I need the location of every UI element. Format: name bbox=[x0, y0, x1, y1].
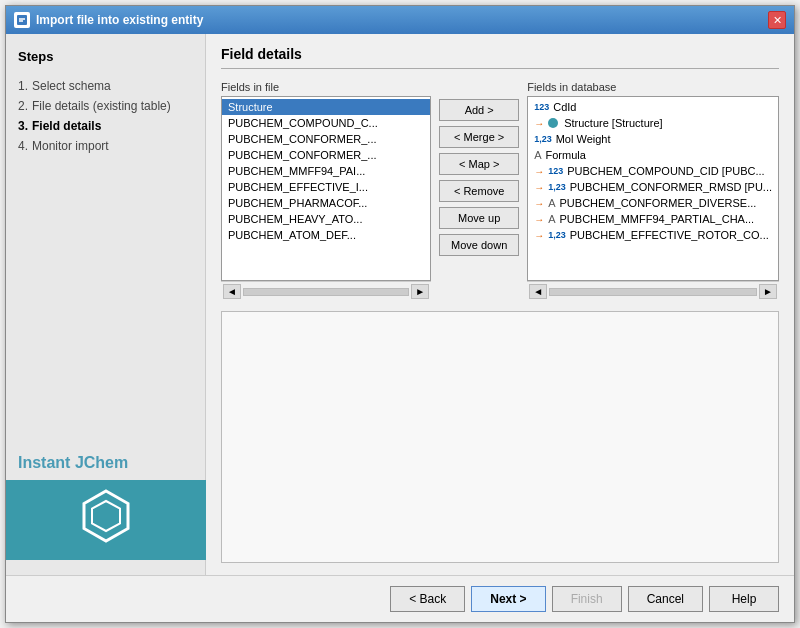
step-1: 1.Select schema bbox=[18, 76, 193, 96]
list-item[interactable]: Structure bbox=[222, 99, 430, 115]
db-list-scrollbar[interactable]: ◄ ► bbox=[527, 281, 779, 301]
fields-in-database-label: Fields in database bbox=[527, 81, 779, 93]
move-down-button[interactable]: Move down bbox=[439, 234, 519, 256]
step-4: 4.Monitor import bbox=[18, 136, 193, 156]
list-item[interactable]: PUBCHEM_COMPOUND_C... bbox=[222, 115, 430, 131]
sidebar: Steps 1.Select schema 2.File details (ex… bbox=[6, 34, 206, 575]
dialog-title: Import file into existing entity bbox=[36, 13, 203, 27]
list-item[interactable]: PUBCHEM_MMFF94_PAI... bbox=[222, 163, 430, 179]
list-item[interactable]: 1,23 Mol Weight bbox=[528, 131, 778, 147]
dialog-icon bbox=[14, 12, 30, 28]
list-item[interactable]: → Structure [Structure] bbox=[528, 115, 778, 131]
finish-button[interactable]: Finish bbox=[552, 586, 622, 612]
list-item[interactable]: PUBCHEM_CONFORMER_... bbox=[222, 147, 430, 163]
brand-logo bbox=[6, 480, 206, 560]
db-scroll-right-btn[interactable]: ► bbox=[759, 284, 777, 299]
scroll-thumb[interactable] bbox=[243, 288, 409, 296]
svg-marker-4 bbox=[92, 501, 120, 531]
db-scroll-left-btn[interactable]: ◄ bbox=[529, 284, 547, 299]
list-item[interactable]: → A PUBCHEM_CONFORMER_DIVERSE... bbox=[528, 195, 778, 211]
scroll-left-btn[interactable]: ◄ bbox=[223, 284, 241, 299]
list-item[interactable]: PUBCHEM_EFFECTIVE_I... bbox=[222, 179, 430, 195]
import-dialog: Import file into existing entity ✕ Steps… bbox=[5, 5, 795, 623]
list-item[interactable]: PUBCHEM_HEAVY_ATO... bbox=[222, 211, 430, 227]
preview-area bbox=[221, 311, 779, 563]
file-list-scrollbar[interactable]: ◄ ► bbox=[221, 281, 431, 301]
move-up-button[interactable]: Move up bbox=[439, 207, 519, 229]
steps-list: 1.Select schema 2.File details (existing… bbox=[18, 76, 193, 156]
step-2: 2.File details (existing table) bbox=[18, 96, 193, 116]
list-item[interactable]: PUBCHEM_PHARMACOF... bbox=[222, 195, 430, 211]
list-item[interactable]: → 1,23 PUBCHEM_EFFECTIVE_ROTOR_CO... bbox=[528, 227, 778, 243]
fields-in-file-list: Structure PUBCHEM_COMPOUND_C... PUBCHEM_… bbox=[222, 97, 430, 280]
list-item[interactable]: → A PUBCHEM_MMFF94_PARTIAL_CHA... bbox=[528, 211, 778, 227]
cancel-button[interactable]: Cancel bbox=[628, 586, 703, 612]
fields-in-database-container[interactable]: 123 CdId → Structure [Structure] 1,23 Mo… bbox=[527, 96, 779, 281]
main-content: Field details Fields in file Structure P… bbox=[206, 34, 794, 575]
steps-title: Steps bbox=[18, 49, 193, 64]
svg-rect-0 bbox=[17, 15, 27, 25]
help-button[interactable]: Help bbox=[709, 586, 779, 612]
list-item[interactable]: A Formula bbox=[528, 147, 778, 163]
section-title: Field details bbox=[221, 46, 779, 69]
fields-in-file-container[interactable]: Structure PUBCHEM_COMPOUND_C... PUBCHEM_… bbox=[221, 96, 431, 281]
fields-in-database-panel: Fields in database 123 CdId → Structure … bbox=[527, 81, 779, 301]
close-button[interactable]: ✕ bbox=[768, 11, 786, 29]
list-item[interactable]: → 1,23 PUBCHEM_CONFORMER_RMSD [PU... bbox=[528, 179, 778, 195]
footer: < Back Next > Finish Cancel Help bbox=[6, 575, 794, 622]
map-button[interactable]: < Map > bbox=[439, 153, 519, 175]
back-button[interactable]: < Back bbox=[390, 586, 465, 612]
fields-in-file-label: Fields in file bbox=[221, 81, 431, 93]
title-bar-left: Import file into existing entity bbox=[14, 12, 203, 28]
hex-icon bbox=[76, 486, 136, 555]
structure-type-icon bbox=[548, 118, 558, 128]
merge-button[interactable]: < Merge > bbox=[439, 126, 519, 148]
add-button[interactable]: Add > bbox=[439, 99, 519, 121]
list-item[interactable]: PUBCHEM_ATOM_DEF... bbox=[222, 227, 430, 243]
field-mapping-area: Fields in file Structure PUBCHEM_COMPOUN… bbox=[221, 81, 779, 301]
svg-marker-3 bbox=[84, 491, 128, 541]
next-button[interactable]: Next > bbox=[471, 586, 545, 612]
title-bar: Import file into existing entity ✕ bbox=[6, 6, 794, 34]
remove-button[interactable]: < Remove bbox=[439, 180, 519, 202]
action-buttons: Add > < Merge > < Map > < Remove Move up… bbox=[439, 81, 519, 301]
list-item[interactable]: → 123 PUBCHEM_COMPOUND_CID [PUBC... bbox=[528, 163, 778, 179]
fields-in-file-panel: Fields in file Structure PUBCHEM_COMPOUN… bbox=[221, 81, 431, 301]
dialog-content: Steps 1.Select schema 2.File details (ex… bbox=[6, 34, 794, 575]
scroll-right-btn[interactable]: ► bbox=[411, 284, 429, 299]
list-item[interactable]: 123 CdId bbox=[528, 99, 778, 115]
fields-in-database-list: 123 CdId → Structure [Structure] 1,23 Mo… bbox=[528, 97, 778, 280]
list-item[interactable]: PUBCHEM_CONFORMER_... bbox=[222, 131, 430, 147]
step-3: 3.Field details bbox=[18, 116, 193, 136]
brand-text: Instant JChem bbox=[18, 454, 193, 472]
db-scroll-thumb[interactable] bbox=[549, 288, 757, 296]
brand-section: Instant JChem bbox=[18, 454, 193, 560]
